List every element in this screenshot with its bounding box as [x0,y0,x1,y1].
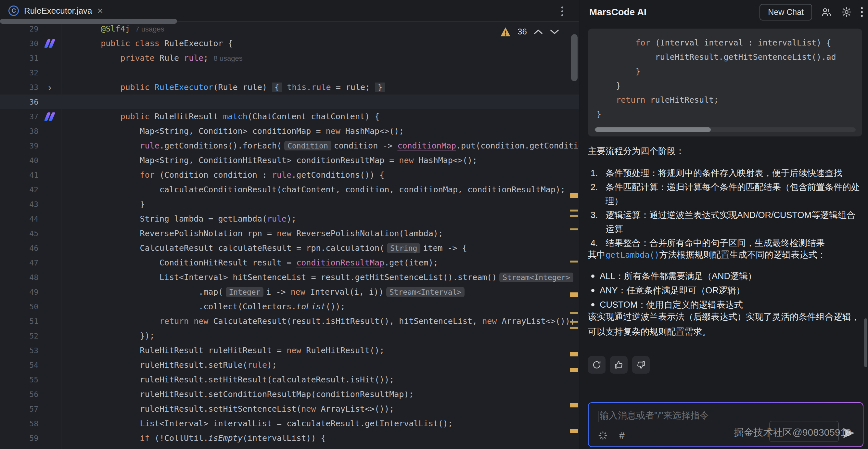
line-number[interactable]: 36 [0,98,38,106]
warning-stripe[interactable] [570,403,578,408]
commands-spark-icon[interactable] [598,430,608,441]
code-line: 33› public RuleExecutor(Rule rule) { thi… [0,80,579,94]
line-number[interactable]: 38 [0,127,38,136]
editor-vertical-scrollbar[interactable] [571,34,578,81]
warning-stripe[interactable] [570,193,578,198]
prev-warning-icon[interactable] [533,29,543,35]
code-line: 60 for (Interval interval : intervalList… [0,445,579,449]
code-line: 45 ReversePolishNotation rpn = new Rever… [0,226,579,241]
marscode-gutter-icon[interactable] [38,109,61,124]
gutter-spacer [38,51,61,65]
chat-input-container: 输入消息或者"/"来选择指令 # 掘金技术社区@908305918 [588,402,864,447]
warning-stripe[interactable] [570,215,578,217]
panel-kebab-menu-icon[interactable] [861,7,863,17]
line-number[interactable]: 49 [0,288,38,296]
code-line: 31 private Rule rule;8 usages [0,51,579,65]
line-number[interactable]: 51 [0,317,38,326]
thumbs-down-icon [636,360,646,370]
flow-step: 3.逻辑运算：通过逆波兰表达式实现AND/OR/CUSTOM等逻辑组合运算 [588,208,863,236]
warning-stripe[interactable] [570,352,578,356]
line-number[interactable]: 33 [0,83,38,92]
gutter-spacer [38,226,61,241]
warning-stripe[interactable] [570,429,578,433]
editor-horizontal-scrollbar[interactable] [0,19,177,24]
editor-tab-bar: C RuleExecutor.java × [0,0,579,22]
refresh-icon [592,360,601,370]
line-number[interactable]: 37 [0,112,38,121]
tab-rule-executor[interactable]: C RuleExecutor.java × [0,0,113,22]
line-number[interactable]: 54 [0,361,38,369]
line-number[interactable]: 56 [0,390,38,399]
warning-stripe[interactable] [570,368,578,372]
line-number[interactable]: 47 [0,259,38,267]
lambda-explainer: 其中getLambda()方法根据规则配置生成不同的逻辑表达式： [588,247,863,262]
java-class-icon: C [8,5,19,16]
code-line: 52 }); [0,328,579,343]
warning-stripe[interactable] [570,292,578,297]
line-number[interactable]: 30 [0,39,38,48]
inspections-widget[interactable]: 36 [500,27,559,37]
warning-stripe[interactable] [570,261,578,263]
panel-scrollbar[interactable] [864,319,867,367]
panel-header: MarsCode AI New Chat [580,0,868,24]
chat-input[interactable]: 输入消息或者"/"来选择指令 # 掘金技术社区@908305918 [589,403,863,446]
warning-stripe[interactable] [570,321,578,323]
line-number[interactable]: 29 [0,25,38,33]
warning-stripe[interactable] [570,312,578,314]
code-block-scrollbar[interactable] [595,127,711,132]
line-number[interactable]: 42 [0,185,38,194]
line-number[interactable]: 52 [0,332,38,340]
line-number[interactable]: 39 [0,142,38,150]
get-lambda-code-ref[interactable]: getLambda() [606,250,659,260]
ai-code-line: return ruleHitResult; [596,93,862,107]
warning-stripe[interactable] [570,327,578,329]
line-number[interactable]: 55 [0,376,38,384]
line-number[interactable]: 43 [0,200,38,209]
lambda-modes-list: ALL：所有条件都需要满足（AND逻辑）ANY：任意条件满足即可（OR逻辑）CU… [588,269,863,312]
line-number[interactable]: 59 [0,434,38,443]
line-number[interactable]: 46 [0,244,38,252]
line-number[interactable]: 50 [0,302,38,311]
regenerate-button[interactable] [588,356,606,373]
gutter-spacer [38,270,61,285]
line-number[interactable]: 44 [0,215,38,223]
warning-stripe[interactable] [570,210,578,211]
code-line: 37 public RuleHitResult match(ChatConten… [0,109,579,124]
code-line: 59 if (!CollUtil.isEmpty(intervalList)) … [0,431,579,445]
thumbs-up-button[interactable] [610,356,628,373]
gutter-spacer [38,401,61,416]
line-number[interactable]: 40 [0,156,38,165]
line-number[interactable]: 53 [0,346,38,355]
gutter-spacer [38,328,61,343]
users-icon[interactable] [820,6,832,18]
code-line: 41 for (Condition condition : rule.getCo… [0,168,579,182]
editor-kebab-menu-icon[interactable] [559,4,565,18]
context-hash-icon[interactable]: # [619,430,625,441]
line-number[interactable]: 32 [0,68,38,77]
settings-gear-icon[interactable] [841,6,852,18]
line-number[interactable]: 45 [0,229,38,238]
line-number[interactable]: 57 [0,405,38,413]
thumbs-down-button[interactable] [632,356,650,373]
tab-title: RuleExecutor.java [24,6,92,16]
gutter-spacer [38,182,61,197]
next-warning-icon[interactable] [550,29,559,35]
flow-step: 2.条件匹配计算：递归计算每个条件的匹配结果（包含前置条件的处理） [588,180,863,208]
code-line: 58 List<Interval> intervalList = calcula… [0,416,579,431]
text-caret [598,411,598,422]
tab-close-icon[interactable]: × [97,6,103,16]
code-line: 56 ruleHitResult.setConditionResultMap(c… [0,387,579,401]
line-number[interactable]: 58 [0,419,38,428]
ai-code-line: } [596,79,862,93]
marscode-ai-panel: MarsCode AI New Chat [580,0,868,449]
gutter-spacer [38,211,61,226]
marscode-gutter-icon[interactable] [38,36,61,51]
gutter-spacer [38,94,61,109]
code-line: 44 String lambda = getLambda(rule); [0,211,579,226]
fold-arrow-icon[interactable]: › [38,80,61,94]
new-chat-button[interactable]: New Chat [760,4,812,21]
warning-stripe[interactable] [570,229,578,230]
line-number[interactable]: 48 [0,273,38,282]
line-number[interactable]: 31 [0,54,38,62]
line-number[interactable]: 41 [0,171,38,179]
